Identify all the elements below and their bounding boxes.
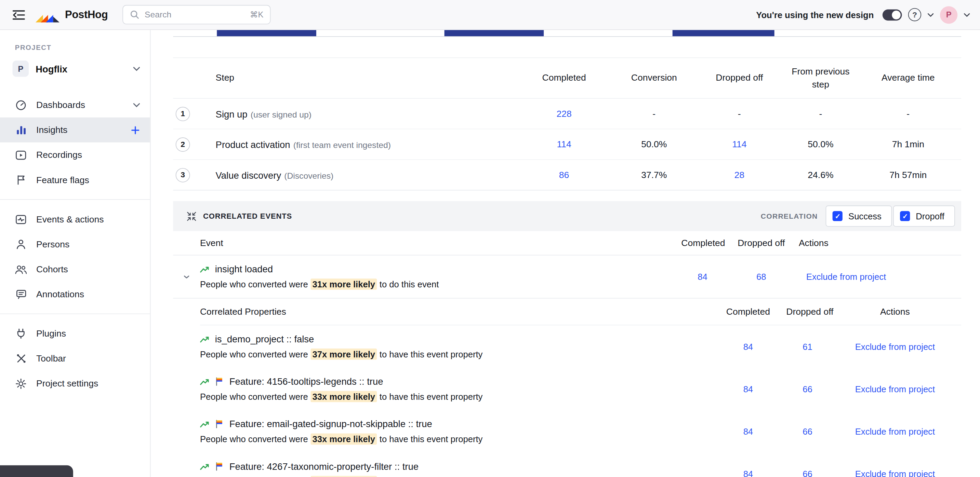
sidebar-item-label: Recordings	[36, 150, 140, 160]
table-row: 2 Product activation(first team event in…	[173, 129, 961, 160]
completed-count-link[interactable]: 84	[698, 272, 707, 282]
sidebar-item-label: Insights	[36, 125, 121, 135]
completed-count-link[interactable]: 114	[557, 139, 571, 149]
sidebar-item-events-actions[interactable]: Events & actions	[0, 207, 150, 232]
desc-suffix: to do this event	[380, 279, 439, 289]
dropped-off-count-link[interactable]: 66	[803, 469, 812, 477]
events-table-header: Event Completed Dropped off Actions	[173, 231, 961, 255]
step-detail: (user signed up)	[251, 110, 312, 119]
col-header-correlated-properties: Correlated Properties	[200, 306, 710, 316]
trending-up-icon	[200, 335, 209, 343]
col-header-actions: Actions	[799, 238, 961, 248]
completed-count-link[interactable]: 86	[559, 170, 570, 180]
correlated-property-row: is_demo_project :: false People who conv…	[200, 325, 961, 368]
exclude-from-project-link[interactable]: Exclude from project	[855, 384, 935, 394]
funnel-bar-step2[interactable]	[444, 30, 544, 36]
logo-wordmark: PostHog	[65, 8, 108, 21]
insights-icon	[15, 125, 27, 134]
conversion-value: 37.7%	[616, 170, 692, 180]
desc-suffix: to have this event property	[380, 349, 483, 359]
project-badge: P	[13, 60, 29, 77]
sidebar-item-insights[interactable]: Insights	[0, 117, 150, 143]
filter-label: Success	[848, 211, 881, 221]
funnel-chart-baseline	[173, 30, 961, 37]
help-chevron-down-icon[interactable]	[928, 13, 934, 16]
plugins-icon	[15, 328, 27, 338]
dropoff-filter-button[interactable]: Dropoff	[894, 205, 955, 227]
sidebar-item-toolbar[interactable]: Toolbar	[0, 346, 150, 371]
table-row: 3 Value discovery(Discoveries) 86 37.7% …	[173, 160, 961, 191]
sidebar-item-recordings[interactable]: Recordings	[0, 143, 150, 168]
funnel-bar-step1[interactable]	[217, 30, 316, 36]
step-number: 3	[176, 168, 190, 182]
collapse-icon[interactable]	[183, 273, 190, 280]
completed-count-link[interactable]: 84	[743, 342, 753, 352]
col-header-average-time: Average time	[855, 71, 961, 84]
search-shortcut: ⌘K	[250, 10, 264, 19]
new-design-toggle[interactable]	[883, 9, 902, 21]
exclude-from-project-link[interactable]: Exclude from project	[806, 272, 886, 282]
sidebar-item-label: Feature flags	[36, 175, 140, 185]
success-filter-button[interactable]: Success	[826, 205, 892, 227]
correlated-events-table: Event Completed Dropped off Actions	[173, 231, 961, 477]
col-header-dropped-off: Dropped off	[786, 306, 829, 316]
bottom-left-widget[interactable]	[0, 465, 73, 477]
step-detail: (Discoveries)	[284, 171, 333, 180]
sidebar-item-project-settings[interactable]: Project settings	[0, 371, 150, 396]
correlated-property-row: Feature: email-gated-signup-not-skippabl…	[200, 410, 961, 453]
project-section-label: PROJECT	[0, 44, 150, 51]
sidebar: PROJECT P Hogflix Dashboards Insights	[0, 30, 150, 477]
toggle-knob	[892, 10, 900, 19]
col-header-step: Step	[200, 71, 512, 84]
dropped-off-count-link[interactable]: 28	[735, 170, 745, 180]
completed-count-link[interactable]: 84	[743, 384, 753, 394]
completed-count-link[interactable]: 84	[743, 426, 753, 436]
dropped-off-count-link[interactable]: 68	[756, 272, 766, 282]
avatar[interactable]: P	[940, 6, 958, 23]
help-icon[interactable]	[908, 8, 921, 21]
account-chevron-down-icon[interactable]	[964, 13, 970, 16]
project-name: Hogflix	[35, 63, 133, 74]
completed-count-link[interactable]: 228	[556, 109, 571, 119]
desc-suffix: to have this event property	[380, 434, 483, 444]
exclude-from-project-link[interactable]: Exclude from project	[855, 342, 935, 352]
average-time-value: 7h 57min	[855, 170, 961, 180]
col-header-actions: Actions	[829, 306, 961, 316]
dropped-off-count-link[interactable]: 66	[803, 384, 812, 394]
from-previous-step-value: 24.6%	[786, 170, 855, 180]
funnel-bar-step3[interactable]	[673, 30, 775, 36]
exclude-from-project-link[interactable]: Exclude from project	[855, 426, 935, 436]
search-input[interactable]: Search ⌘K	[123, 5, 271, 25]
average-time-value: 7h 1min	[855, 139, 961, 149]
col-header-conversion: Conversion	[616, 71, 692, 84]
sidebar-toggle-icon[interactable]	[10, 7, 27, 22]
new-insight-plus-icon[interactable]	[130, 125, 140, 134]
completed-count-link[interactable]: 84	[743, 469, 753, 477]
section-title: CORRELATED EVENTS	[203, 212, 292, 221]
main-content: Step Completed Conversion Dropped off Fr…	[150, 30, 980, 477]
sidebar-item-label: Plugins	[36, 328, 140, 338]
trending-up-icon	[200, 377, 209, 385]
dropped-off-count-link[interactable]: 114	[732, 139, 746, 149]
funnel-insight-card: Step Completed Conversion Dropped off Fr…	[173, 30, 961, 477]
sidebar-item-annotations[interactable]: Annotations	[0, 282, 150, 306]
sidebar-item-plugins[interactable]: Plugins	[0, 321, 150, 346]
exclude-from-project-link[interactable]: Exclude from project	[855, 469, 935, 477]
conversion-value: -	[616, 109, 692, 119]
events-icon	[15, 215, 27, 224]
sidebar-item-persons[interactable]: Persons	[0, 232, 150, 257]
sidebar-item-feature-flags[interactable]: Feature flags	[0, 168, 150, 192]
dropped-off-count-link[interactable]: 61	[803, 342, 812, 352]
sidebar-item-cohorts[interactable]: Cohorts	[0, 257, 150, 282]
project-selector[interactable]: P Hogflix	[0, 57, 150, 80]
new-design-label: You're using the new design	[756, 10, 873, 19]
correlated-events-header: CORRELATED EVENTS CORRELATION Success Dr…	[173, 201, 961, 231]
odds-highlight: 37x more likely	[310, 349, 377, 360]
sidebar-item-dashboards[interactable]: Dashboards	[0, 93, 150, 117]
correlated-property-row: Feature: 4267-taxonomic-property-filter …	[200, 453, 961, 477]
dropped-off-value: -	[692, 109, 786, 119]
correlation-description: People who converted were37x more likely…	[200, 349, 710, 359]
dropped-off-count-link[interactable]: 66	[803, 426, 812, 436]
correlation-icon	[186, 211, 197, 222]
posthog-logo[interactable]: PostHog	[35, 6, 108, 23]
